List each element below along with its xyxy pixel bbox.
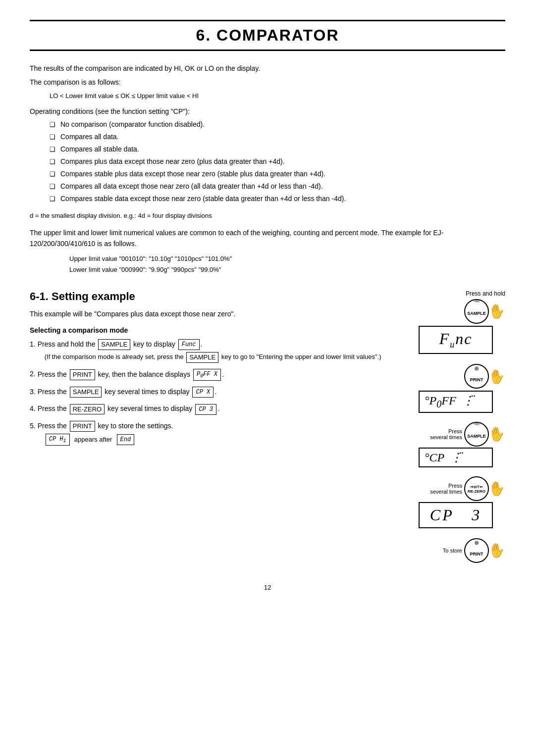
step-num-4: 4. bbox=[30, 403, 36, 414]
end-display: End bbox=[117, 434, 135, 445]
upper-lower-intro: The upper limit and lower limit numerica… bbox=[30, 227, 505, 250]
hand-icon-5: ✋ bbox=[486, 541, 506, 560]
hand-icon-2: ✋ bbox=[486, 367, 506, 386]
rezero-key: RE-ZERO bbox=[70, 404, 105, 415]
func-display-large: Func bbox=[419, 326, 493, 354]
diagram-group-rezero: Pressseveral times ⇒0/T⇐RE-ZERO ✋ CP 3 bbox=[406, 475, 505, 528]
upper-limit: Upper limit value "001010": "10.10g" "10… bbox=[69, 253, 505, 264]
cp3-display-large: CP 3 bbox=[419, 502, 493, 528]
sample-key-sub: SAMPLE bbox=[186, 352, 218, 363]
step-4: 4. Press the RE-ZERO key several times t… bbox=[30, 403, 396, 414]
step-num-3: 3. bbox=[30, 387, 36, 397]
diagram-group-print: ◎ PRINT ✋ °P0FF ⋮̈ bbox=[406, 362, 505, 413]
d-note: d = the smallest display division. e.g.:… bbox=[30, 212, 505, 219]
bullet-item: Compares all data except those near zero… bbox=[50, 181, 505, 192]
step-text-3: Press the SAMPLE key several times to di… bbox=[38, 387, 396, 398]
step-text-4: Press the RE-ZERO key several times to d… bbox=[38, 403, 396, 414]
step-num-5: 5. bbox=[30, 421, 36, 431]
poff-display: P0FF X bbox=[193, 369, 221, 381]
section-title: 6-1. Setting example bbox=[30, 290, 396, 303]
step-2: 2. Press the PRINT key, then the balance… bbox=[30, 369, 396, 381]
lower-limit: Lower limit value "000990": "9.90g" "990… bbox=[69, 264, 505, 275]
rezero-button-diagram: ⇒0/T⇐RE-ZERO bbox=[464, 476, 489, 501]
diagram-group-store: To store ◎ PRINT ✋ bbox=[406, 536, 505, 565]
poff-display-large: °P0FF ⋮̈ bbox=[419, 391, 493, 413]
page-number: 12 bbox=[30, 584, 505, 591]
hand-icon-1: ✋ bbox=[486, 302, 506, 321]
bullet-item: Compares stable data except those near z… bbox=[50, 194, 505, 204]
step-1: 1. Press and hold the SAMPLE key to disp… bbox=[30, 339, 396, 363]
bullet-item: No comparison (comparator function disab… bbox=[50, 119, 505, 130]
cp-x-display-large: °CP ⋮̈ bbox=[419, 448, 493, 467]
left-column: 6-1. Setting example This example will b… bbox=[30, 285, 396, 569]
diagram-group-1: Press and hold ⊲R SAMPLE ✋ Func bbox=[406, 290, 505, 354]
step-text-5: Press the PRINT key to store the setting… bbox=[38, 421, 396, 446]
operating-conditions: Operating conditions (see the function s… bbox=[30, 107, 505, 115]
bullet-item: Compares plus data except those near zer… bbox=[50, 156, 505, 167]
bullet-item: Compares all data. bbox=[50, 132, 505, 142]
press-hold-label: Press and hold bbox=[406, 290, 505, 297]
upper-lower-section: The upper limit and lower limit numerica… bbox=[30, 227, 505, 275]
sample-key-1: SAMPLE bbox=[98, 339, 130, 350]
to-store-label: To store bbox=[443, 548, 462, 554]
cp-3-display-inline: CP 3 bbox=[195, 404, 216, 415]
step-5: 5. Press the PRINT key to store the sett… bbox=[30, 421, 396, 446]
sample-key-3: SAMPLE bbox=[70, 387, 102, 398]
sub-heading: Selecting a comparison mode bbox=[30, 326, 396, 334]
print-button-diagram: ◎ PRINT bbox=[464, 364, 489, 389]
page-title: 6. COMPARATOR bbox=[30, 20, 505, 51]
step-text-2: Press the PRINT key, then the balance di… bbox=[38, 369, 396, 381]
formula: LO < Lower limit value ≤ OK ≤ Upper limi… bbox=[50, 92, 505, 100]
limit-values: Upper limit value "001010": "10.10g" "10… bbox=[69, 253, 505, 275]
print-button-diagram-2: ◎ PRINT bbox=[464, 538, 489, 563]
step-1-sub: (If the comparison mode is already set, … bbox=[45, 352, 396, 363]
sample-button-diagram-2: ⊲R SAMPLE bbox=[464, 422, 489, 447]
bullet-list: No comparison (comparator function disab… bbox=[50, 119, 505, 204]
press-several-label-2: Pressseveral times bbox=[430, 483, 462, 495]
intro-line2: The comparison is as follows: bbox=[30, 77, 505, 88]
hand-icon-3: ✋ bbox=[486, 425, 506, 444]
hand-icon-4: ✋ bbox=[486, 479, 506, 499]
cp-h1-display: CP H1 bbox=[46, 434, 70, 446]
func-display: Func bbox=[178, 339, 200, 350]
cp-x-display: CP X bbox=[192, 387, 214, 398]
step-text-1: Press and hold the SAMPLE key to display… bbox=[38, 339, 396, 363]
bullet-item: Compares stable plus data except those n… bbox=[50, 169, 505, 179]
step-num-2: 2. bbox=[30, 369, 36, 379]
step-3: 3. Press the SAMPLE key several times to… bbox=[30, 387, 396, 398]
intro-line1: The results of the comparison are indica… bbox=[30, 63, 505, 74]
diagram-group-sample2: Pressseveral times ⊲R SAMPLE ✋ °CP ⋮̈ bbox=[406, 421, 505, 467]
sample-button-diagram: ⊲R SAMPLE bbox=[464, 299, 489, 324]
print-key-2: PRINT bbox=[70, 369, 95, 380]
step-5-sub: CP H1 appears after End bbox=[45, 434, 396, 446]
press-several-label-1: Pressseveral times bbox=[430, 428, 462, 440]
step-num-1: 1. bbox=[30, 339, 36, 350]
example-intro: This example will be "Compares plus data… bbox=[30, 309, 396, 319]
bullet-item: Compares all stable data. bbox=[50, 144, 505, 154]
steps-list: 1. Press and hold the SAMPLE key to disp… bbox=[30, 339, 396, 446]
right-column: Press and hold ⊲R SAMPLE ✋ Func ◎ PRINT … bbox=[406, 285, 505, 569]
print-key-5: PRINT bbox=[70, 421, 95, 432]
